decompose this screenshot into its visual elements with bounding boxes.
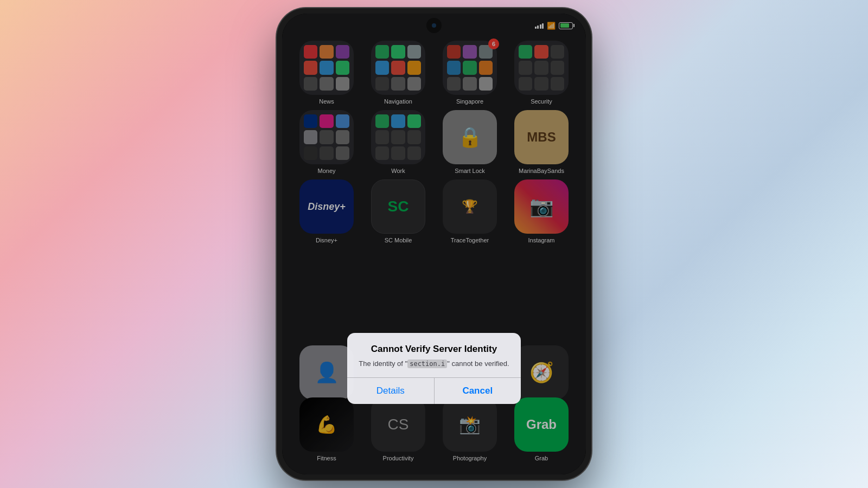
phone-frame: 📶 (277, 8, 591, 480)
alert-message-after: " cannot be verified. (447, 359, 509, 368)
alert-title: Cannot Verify Server Identity (356, 344, 512, 355)
details-button[interactable]: Details (347, 378, 435, 404)
alert-message-before: The identity of " (359, 359, 407, 368)
cancel-button[interactable]: Cancel (435, 378, 521, 404)
alert-buttons: Details Cancel (347, 377, 521, 404)
alert-highlighted-text: section.i (407, 359, 447, 368)
dialog-overlay: Cannot Verify Server Identity The identi… (282, 14, 586, 474)
alert-message: The identity of "section.i" cannot be ve… (356, 359, 512, 369)
alert-content: Cannot Verify Server Identity The identi… (347, 333, 521, 377)
alert-dialog: Cannot Verify Server Identity The identi… (347, 333, 521, 404)
phone-screen: 📶 (282, 14, 586, 474)
